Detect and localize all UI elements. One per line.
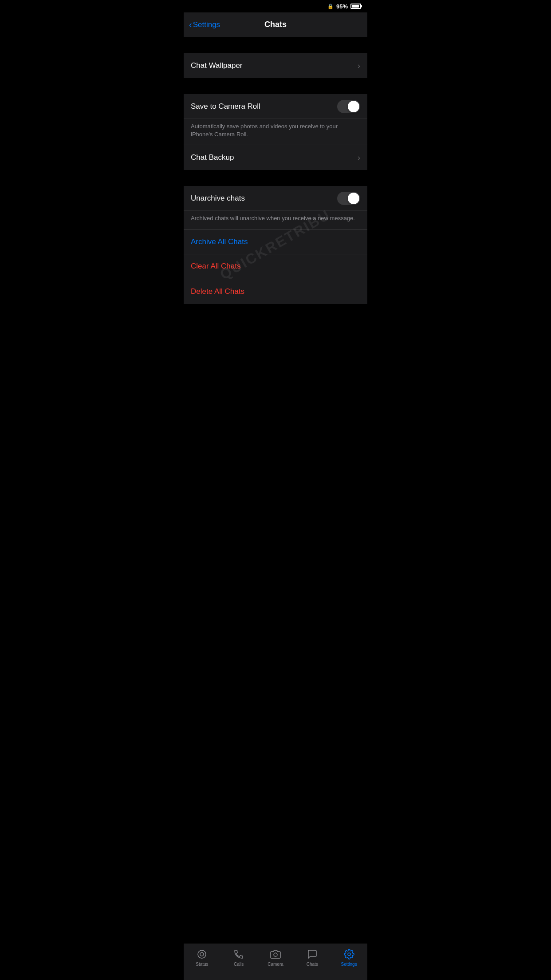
unarchive-chats-row[interactable]: Unarchive chats <box>184 186 367 211</box>
status-bar-right: 🔒 95% <box>327 3 361 10</box>
unarchive-chats-label: Unarchive chats <box>191 194 245 203</box>
chat-wallpaper-label: Chat Wallpaper <box>191 61 243 70</box>
delete-all-chats-row[interactable]: Delete All Chats <box>184 279 367 304</box>
archive-all-chats-row[interactable]: Archive All Chats <box>184 229 367 254</box>
unarchive-toggle-knob <box>348 193 359 204</box>
battery-percentage: 95% <box>336 3 348 10</box>
main-content: Chat Wallpaper › Save to Camera Roll Aut… <box>184 37 367 429</box>
spacer-1 <box>184 37 367 53</box>
nav-bar: ‹ Settings Chats <box>184 12 367 37</box>
chevron-right-icon-2: › <box>358 153 360 162</box>
chat-wallpaper-row[interactable]: Chat Wallpaper › <box>184 53 367 78</box>
unarchive-description: Archived chats will unarchive when you r… <box>184 211 367 229</box>
save-camera-roll-desc-text: Automatically save photos and videos you… <box>191 122 360 138</box>
status-bar: 🔒 95% <box>184 0 367 12</box>
back-button[interactable]: ‹ Settings <box>189 20 220 29</box>
unarchive-desc-text: Archived chats will unarchive when you r… <box>191 214 360 222</box>
back-label: Settings <box>193 20 220 29</box>
chevron-left-icon: ‹ <box>189 20 192 29</box>
chat-backup-label: Chat Backup <box>191 153 234 162</box>
save-camera-roll-description: Automatically save photos and videos you… <box>184 119 367 145</box>
save-camera-roll-label: Save to Camera Roll <box>191 102 260 111</box>
spacer-3 <box>184 170 367 186</box>
save-camera-roll-row[interactable]: Save to Camera Roll <box>184 94 367 119</box>
chevron-right-icon: › <box>358 61 360 71</box>
clear-all-chats-label: Clear All Chats <box>191 262 240 271</box>
save-camera-roll-toggle[interactable] <box>337 100 360 113</box>
delete-all-chats-label: Delete All Chats <box>191 287 244 296</box>
archive-all-chats-label: Archive All Chats <box>191 237 248 246</box>
chat-backup-row[interactable]: Chat Backup › <box>184 145 367 170</box>
battery-icon <box>350 4 361 9</box>
wallpaper-group: Chat Wallpaper › <box>184 53 367 78</box>
toggle-knob <box>348 101 359 112</box>
clear-all-chats-row[interactable]: Clear All Chats <box>184 254 367 279</box>
unarchive-group: QUICKRETRIBU Unarchive chats Archived ch… <box>184 186 367 304</box>
bottom-spacer <box>184 304 367 393</box>
unarchive-chats-toggle[interactable] <box>337 192 360 205</box>
camera-backup-group: Save to Camera Roll Automatically save p… <box>184 94 367 170</box>
lock-icon: 🔒 <box>327 4 334 9</box>
spacer-2 <box>184 78 367 94</box>
page-title: Chats <box>264 20 287 29</box>
